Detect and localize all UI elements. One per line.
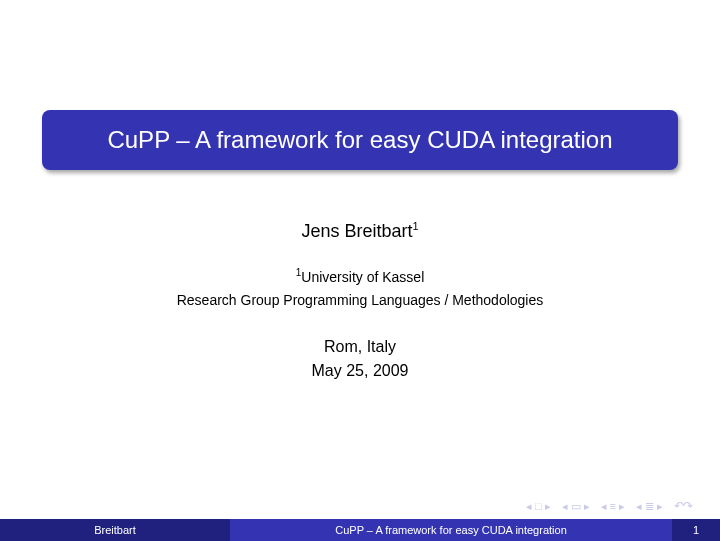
presentation-title: CuPP – A framework for easy CUDA integra… <box>62 126 658 154</box>
affiliation-institution: 1University of Kassel <box>0 265 720 288</box>
footer-author: Breitbart <box>0 519 230 541</box>
title-page-content: Jens Breitbart1 1University of Kassel Re… <box>0 218 720 383</box>
slide: CuPP – A framework for easy CUDA integra… <box>0 0 720 541</box>
footline: Breitbart CuPP – A framework for easy CU… <box>0 519 720 541</box>
author-mark: 1 <box>412 220 418 232</box>
affiliation-inst: University of Kassel <box>301 269 424 285</box>
footer-page-number: 1 <box>672 519 720 541</box>
nav-frame-icon[interactable]: ◂▭▸ <box>562 500 591 513</box>
affiliation-group: Research Group Programming Languages / M… <box>0 290 720 311</box>
nav-slide-icon[interactable]: ◂□▸ <box>526 500 552 513</box>
nav-section-icon[interactable]: ◂≣▸ <box>636 500 664 513</box>
title-box: CuPP – A framework for easy CUDA integra… <box>42 110 678 170</box>
nav-back-forward-icon[interactable]: ↶↷ <box>674 499 692 513</box>
author-line: Jens Breitbart1 <box>0 218 720 245</box>
footer-title: CuPP – A framework for easy CUDA integra… <box>230 519 672 541</box>
location: Rom, Italy <box>0 335 720 359</box>
author-name: Jens Breitbart <box>301 221 412 241</box>
beamer-nav-symbols[interactable]: ◂□▸ ◂▭▸ ◂≡▸ ◂≣▸ ↶↷ <box>526 499 692 513</box>
date: May 25, 2009 <box>0 359 720 383</box>
nav-subsection-icon[interactable]: ◂≡▸ <box>601 500 626 513</box>
